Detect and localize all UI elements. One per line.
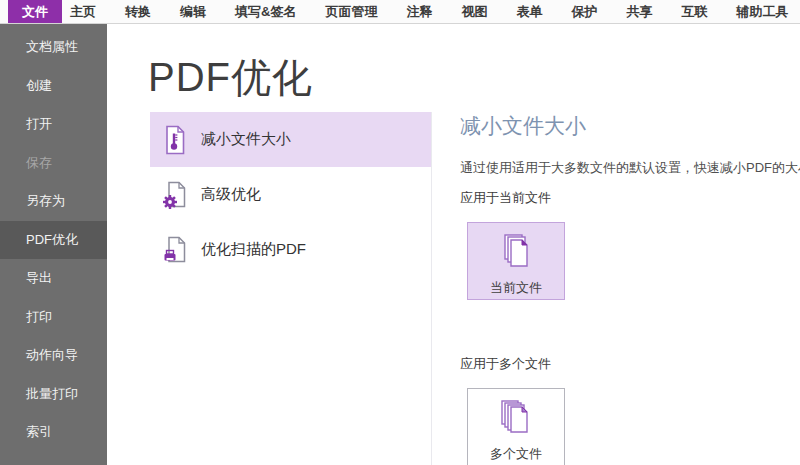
option-label: 高级优化 xyxy=(201,185,261,204)
tab-convert[interactable]: 转换 xyxy=(125,3,151,21)
sidebar-item-index[interactable]: 索引 xyxy=(0,413,107,452)
multiple-files-tile-button[interactable]: 多个文件 xyxy=(467,388,565,465)
sidebar-item-create[interactable]: 创建 xyxy=(0,67,107,106)
optimize-scanned-pdf-icon xyxy=(162,234,188,266)
sidebar-item-print[interactable]: 打印 xyxy=(0,298,107,337)
option-optimize-scanned-pdf[interactable]: 优化扫描的PDF xyxy=(150,222,431,277)
pdf-optimize-backstage-view: 文件 主页 转换 编辑 填写&签名 页面管理 注释 视图 表单 保护 共享 互联… xyxy=(0,0,800,465)
panel-heading: 减小文件大小 xyxy=(460,112,586,140)
sidebar-item-export[interactable]: 导出 xyxy=(0,259,107,298)
tab-view[interactable]: 视图 xyxy=(461,3,487,21)
apply-to-multiple-label: 应用于多个文件 xyxy=(460,355,551,373)
panel-description: 通过使用适用于大多数文件的默认设置，快速减小PDF的大小。 xyxy=(460,159,800,177)
sidebar-item-document-properties[interactable]: 文档属性 xyxy=(0,28,107,67)
tab-protect[interactable]: 保护 xyxy=(571,3,597,21)
current-file-tile-button[interactable]: 当前文件 xyxy=(467,222,565,300)
sidebar-item-open[interactable]: 打开 xyxy=(0,105,107,144)
sidebar-item-batch-print[interactable]: 批量打印 xyxy=(0,375,107,414)
tab-accessibility[interactable]: 辅助工具 xyxy=(736,3,788,21)
sidebar-item-save: 保存 xyxy=(0,144,107,183)
optimize-option-list: 减小文件大小 xyxy=(150,112,432,465)
page-title: PDF优化 xyxy=(148,50,313,105)
tab-file[interactable]: 文件 xyxy=(8,0,62,23)
tab-form[interactable]: 表单 xyxy=(516,3,542,21)
tile-label: 多个文件 xyxy=(490,445,542,463)
tile-label: 当前文件 xyxy=(490,279,542,297)
sidebar-item-save-as[interactable]: 另存为 xyxy=(0,182,107,221)
backstage-sidebar: 文档属性 创建 打开 保存 另存为 PDF优化 导出 打印 动作向导 批量打印 … xyxy=(0,24,107,465)
sidebar-item-pdf-optimize[interactable]: PDF优化 xyxy=(0,221,107,260)
option-label: 减小文件大小 xyxy=(201,130,291,149)
tab-comment[interactable]: 注释 xyxy=(406,3,432,21)
tab-page-organize[interactable]: 页面管理 xyxy=(325,3,377,21)
menu-bar: 文件 主页 转换 编辑 填写&签名 页面管理 注释 视图 表单 保护 共享 互联… xyxy=(0,0,800,24)
option-label: 优化扫描的PDF xyxy=(201,240,306,259)
tab-fill-sign[interactable]: 填写&签名 xyxy=(235,3,296,21)
apply-to-current-label: 应用于当前文件 xyxy=(460,189,551,207)
menu-items: 主页 转换 编辑 填写&签名 页面管理 注释 视图 表单 保护 共享 互联 辅助… xyxy=(70,0,788,23)
multiple-files-icon xyxy=(497,399,535,439)
advanced-optimization-icon xyxy=(162,179,188,211)
tab-home[interactable]: 主页 xyxy=(70,3,96,21)
sidebar-item-action-wizard[interactable]: 动作向导 xyxy=(0,336,107,375)
reduce-file-size-icon xyxy=(162,124,188,156)
tab-connect[interactable]: 互联 xyxy=(681,3,707,21)
tab-share[interactable]: 共享 xyxy=(626,3,652,21)
option-advanced-optimization[interactable]: 高级优化 xyxy=(150,167,431,222)
option-reduce-file-size[interactable]: 减小文件大小 xyxy=(150,112,431,167)
tab-edit[interactable]: 编辑 xyxy=(180,3,206,21)
current-file-icon xyxy=(497,233,535,273)
reduce-file-size-panel: 减小文件大小 通过使用适用于大多数文件的默认设置，快速减小PDF的大小。 应用于… xyxy=(460,112,800,465)
